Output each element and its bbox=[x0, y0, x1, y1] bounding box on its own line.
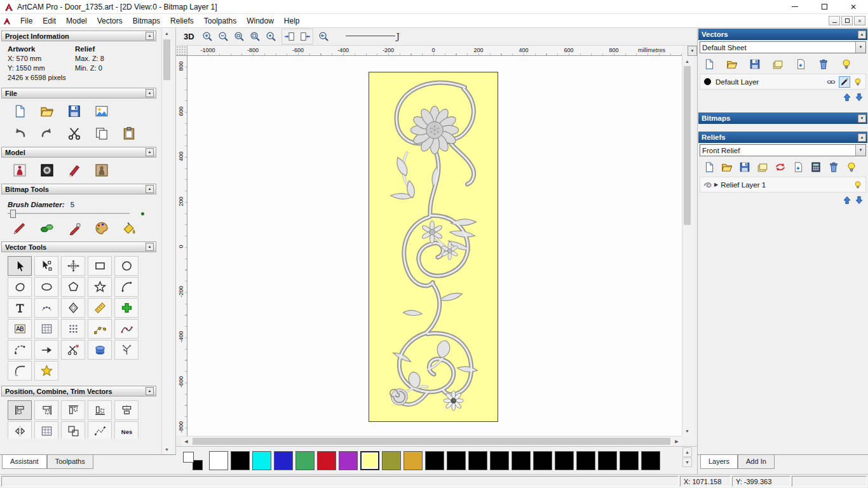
chevron-down-icon[interactable]: ▼ bbox=[855, 42, 865, 53]
paint-brush-icon[interactable] bbox=[11, 220, 28, 236]
text-block-icon[interactable] bbox=[8, 319, 32, 339]
menu-item-vectors[interactable]: Vectors bbox=[92, 15, 128, 27]
canvas-horizontal-scrollbar[interactable]: ◀ ▶ bbox=[181, 436, 682, 446]
tab-assistant[interactable]: Assistant bbox=[2, 455, 47, 469]
move-layer-down-icon[interactable] bbox=[854, 92, 864, 102]
create-text-icon[interactable] bbox=[8, 298, 32, 318]
create-arc-icon[interactable] bbox=[114, 277, 139, 297]
colour-picker-icon[interactable] bbox=[39, 220, 55, 236]
scroll-down-button[interactable]: ▼ bbox=[162, 444, 172, 454]
collapse-file-button[interactable]: ▲ bbox=[146, 89, 154, 97]
canvas-scroll-right-button[interactable]: ▶ bbox=[672, 437, 682, 447]
create-ellipse-icon[interactable] bbox=[34, 277, 58, 297]
show-relief-layers-icon[interactable] bbox=[845, 161, 858, 173]
palette-swatch-3[interactable] bbox=[274, 451, 293, 470]
join-vectors-icon[interactable] bbox=[8, 340, 32, 360]
menu-item-window[interactable]: Window bbox=[241, 15, 279, 27]
scroll-up-button[interactable]: ▲ bbox=[162, 28, 172, 38]
palette-scrollbar[interactable]: ▲ ▼ bbox=[682, 447, 692, 468]
collapse-bitmap-tools-button[interactable]: ▲ bbox=[146, 185, 154, 193]
canvas-vertical-scrollbar[interactable]: ▲ ▼ bbox=[682, 56, 692, 436]
chevron-down-icon[interactable]: ▼ bbox=[855, 145, 865, 156]
palette-swatch-18[interactable] bbox=[598, 451, 617, 470]
move-layer-down-icon[interactable] bbox=[854, 195, 864, 205]
open-file-icon[interactable] bbox=[39, 103, 55, 119]
scrollbar-thumb[interactable] bbox=[163, 39, 170, 80]
snap-view-right-icon[interactable] bbox=[299, 30, 312, 43]
offset-vector-icon[interactable] bbox=[61, 298, 85, 318]
new-vector-layer-icon[interactable] bbox=[703, 58, 715, 71]
canvas-scroll-up-button[interactable]: ▲ bbox=[682, 56, 692, 66]
group-vectors-icon[interactable] bbox=[61, 421, 85, 438]
fit-polyline-icon[interactable] bbox=[114, 319, 139, 339]
zoom-fit-icon[interactable] bbox=[248, 30, 262, 43]
blank-relief-icon[interactable] bbox=[792, 161, 804, 173]
create-circle-icon[interactable] bbox=[114, 256, 139, 276]
palette-swatch-7[interactable] bbox=[360, 451, 379, 470]
palette-scroll-up-button[interactable]: ▲ bbox=[682, 447, 692, 457]
vector-layer-row[interactable]: Default Layer bbox=[700, 74, 866, 90]
save-relief-layer-icon[interactable] bbox=[738, 161, 751, 173]
sheet-select[interactable]: Default Sheet ▼ bbox=[700, 41, 866, 53]
create-star-icon[interactable] bbox=[88, 277, 112, 297]
palette-swatch-2[interactable] bbox=[252, 451, 271, 470]
menu-item-reliefs[interactable]: Reliefs bbox=[165, 15, 199, 27]
open-relief-layer-icon[interactable] bbox=[721, 161, 733, 173]
menu-item-edit[interactable]: Edit bbox=[37, 15, 61, 27]
background-colour-swatch[interactable] bbox=[193, 460, 203, 470]
block-array-icon[interactable] bbox=[34, 421, 58, 438]
palette-swatch-0[interactable] bbox=[209, 451, 228, 470]
show-all-layers-icon[interactable] bbox=[840, 58, 853, 71]
layer-edit-icon[interactable] bbox=[839, 77, 850, 87]
tab-toolpaths[interactable]: Toolpaths bbox=[47, 455, 93, 469]
palette-swatch-11[interactable] bbox=[447, 451, 466, 470]
save-model-icon[interactable] bbox=[66, 103, 83, 119]
join-with-line-icon[interactable] bbox=[88, 421, 112, 438]
expand-bitmaps-button[interactable]: ▼ bbox=[858, 114, 866, 123]
tab-add-in[interactable]: Add In bbox=[738, 455, 775, 469]
palette-swatch-14[interactable] bbox=[512, 451, 531, 470]
zoom-previous-icon[interactable] bbox=[317, 30, 330, 43]
collapse-vectors-button[interactable]: ▲ bbox=[858, 30, 866, 39]
trim-vector-icon[interactable] bbox=[34, 340, 58, 360]
model-wizard-icon[interactable] bbox=[11, 162, 28, 179]
palette-swatch-6[interactable] bbox=[339, 451, 358, 470]
menu-item-file[interactable]: File bbox=[15, 15, 37, 27]
sculpt-tool-icon[interactable] bbox=[66, 162, 83, 179]
collapse-position-button[interactable]: ▲ bbox=[146, 387, 154, 395]
align-centre-icon[interactable] bbox=[114, 400, 139, 420]
relief-layer-row[interactable]: ▶ Relief Layer 1 bbox=[700, 177, 866, 193]
create-rectangle-icon[interactable] bbox=[88, 256, 112, 276]
fit-arcs-icon[interactable] bbox=[114, 340, 139, 360]
menu-item-toolpaths[interactable]: Toolpaths bbox=[199, 15, 241, 27]
minimize-button[interactable] bbox=[780, 0, 810, 14]
cut-icon[interactable] bbox=[66, 125, 83, 142]
canvas-scroll-left-button[interactable]: ◀ bbox=[181, 437, 191, 447]
maximize-button[interactable] bbox=[810, 0, 839, 14]
undo-icon[interactable] bbox=[11, 125, 28, 142]
photo-relief-icon[interactable] bbox=[93, 162, 110, 179]
expand-layer-icon[interactable]: ▶ bbox=[714, 182, 718, 187]
zoom-box-icon[interactable] bbox=[233, 30, 246, 43]
extrude-tool-icon[interactable] bbox=[88, 340, 112, 360]
foreground-background-swatch[interactable] bbox=[182, 451, 204, 471]
fillet-tool-icon[interactable] bbox=[8, 361, 32, 381]
select-vectors-icon[interactable] bbox=[8, 256, 32, 276]
collapse-model-button[interactable]: ▲ bbox=[146, 148, 154, 156]
new-sheet-icon[interactable] bbox=[794, 58, 807, 71]
palette-swatch-15[interactable] bbox=[533, 451, 552, 470]
palette-swatch-12[interactable] bbox=[468, 451, 487, 470]
relief-thumbnail-icon[interactable] bbox=[703, 180, 713, 190]
transfer-relief-icon[interactable] bbox=[774, 161, 787, 173]
redo-icon[interactable] bbox=[39, 125, 55, 142]
transform-vectors-icon[interactable] bbox=[61, 256, 85, 276]
nest-vectors-icon[interactable]: Nes bbox=[114, 421, 139, 438]
align-top-icon[interactable] bbox=[61, 400, 85, 420]
palette-swatch-8[interactable] bbox=[382, 451, 401, 470]
layer-colour-swatch[interactable] bbox=[704, 78, 711, 85]
relief-select[interactable]: Front Relief ▼ bbox=[700, 144, 866, 156]
mirror-vectors-icon[interactable] bbox=[8, 421, 32, 438]
mdi-restore-button[interactable] bbox=[841, 16, 853, 25]
palette-swatch-5[interactable] bbox=[317, 451, 336, 470]
import-image-icon[interactable] bbox=[93, 103, 110, 119]
